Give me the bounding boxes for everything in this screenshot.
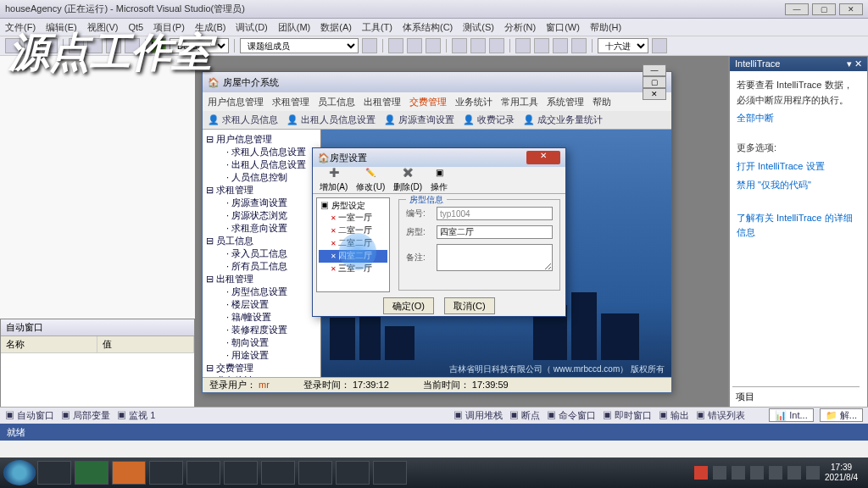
bottom-tab[interactable]: ▣ 调用堆栈: [453, 409, 503, 422]
tree-node[interactable]: · 求租人员信息设置: [206, 146, 317, 158]
toolbar-button[interactable]: [515, 38, 531, 53]
room-type-tree[interactable]: ▣ 房型设定 一室一厅二室一厅二室二厅四室二厅三室一厅: [316, 197, 390, 292]
type-input[interactable]: [437, 225, 553, 239]
toolbar-button[interactable]: [652, 38, 667, 53]
menu-item[interactable]: 帮助(H): [590, 21, 621, 34]
bottom-tab[interactable]: ▣ 断点: [509, 409, 540, 422]
tree-node[interactable]: · 出租人员信息设置: [206, 158, 317, 171]
menu-item[interactable]: 分析(N): [504, 21, 536, 34]
tree-item[interactable]: 四室二厅: [319, 250, 387, 263]
toolbar-button[interactable]: [106, 38, 121, 53]
tree-node[interactable]: ⊟ 交费管理: [206, 362, 317, 374]
tree-node[interactable]: · 朝向设置: [206, 336, 317, 349]
remark-input[interactable]: [437, 244, 553, 271]
tree-node[interactable]: ⊟ 出租管理: [206, 273, 317, 286]
open-settings-link[interactable]: 打开 IntelliTrace 设置: [737, 159, 860, 175]
tree-node[interactable]: · 求租意向设置: [206, 222, 317, 235]
tree-node[interactable]: · 房型信息设置: [206, 286, 317, 298]
learn-more-link[interactable]: 了解有关 IntelliTrace 的详细信息: [737, 211, 860, 241]
toolbar-button[interactable]: [470, 38, 486, 53]
menu-item[interactable]: 测试(S): [463, 21, 494, 34]
toolbar-button[interactable]: [5, 38, 20, 53]
menu-item[interactable]: Qt5: [128, 22, 143, 32]
task-icon[interactable]: [224, 461, 258, 485]
bottom-tab[interactable]: ▣ 即时窗口: [603, 409, 652, 422]
toolbar-button[interactable]: [426, 38, 441, 53]
col-value[interactable]: 值: [97, 336, 194, 352]
menu-item[interactable]: 员工信息: [318, 96, 355, 108]
menu-item[interactable]: 视图(V): [87, 21, 119, 34]
tray-icon[interactable]: [787, 466, 801, 480]
tree-node[interactable]: · 人员信息控制: [206, 171, 317, 184]
tree-item[interactable]: 三室一厅: [319, 263, 387, 275]
tree-node[interactable]: · 楼层设置: [206, 298, 317, 311]
toolbar-item[interactable]: 👤 房源查询设置: [384, 114, 454, 126]
tree-node[interactable]: ⊟ 员工信息: [206, 235, 317, 247]
toolbar-button[interactable]: [553, 38, 568, 53]
bottom-tab[interactable]: ▣ 错误列表: [696, 409, 745, 422]
menu-item[interactable]: 文件(F): [5, 21, 36, 34]
task-icon[interactable]: [186, 461, 220, 485]
toolbar-button[interactable]: ▶: [151, 38, 166, 53]
tree-item[interactable]: 二室二厅: [319, 237, 387, 250]
toolbar-button[interactable]: [69, 38, 84, 53]
menu-item[interactable]: 生成(B): [195, 21, 226, 34]
toolbar-button[interactable]: [125, 38, 140, 53]
tree-node[interactable]: · 籍/幢设置: [206, 311, 317, 324]
dlg-toolbar-item[interactable]: ✖️删除(D): [393, 168, 422, 193]
toolbar-item[interactable]: 👤 求租人员信息: [208, 114, 278, 126]
toolbar-button[interactable]: [87, 38, 103, 53]
toolbar-item[interactable]: 👤 出租人员信息设置: [287, 114, 376, 126]
tree-node[interactable]: ⊟ 用户信息管理: [206, 133, 317, 146]
task-icon[interactable]: [336, 461, 370, 485]
dlg-toolbar-item[interactable]: ▣操作: [431, 168, 448, 193]
tree-node[interactable]: · 装修程度设置: [206, 324, 317, 336]
toolbar-item[interactable]: 👤 收费记录: [463, 114, 515, 126]
toolbar-button[interactable]: [362, 38, 377, 53]
menu-item[interactable]: 出租管理: [364, 96, 401, 108]
bottom-tab[interactable]: ▣ 局部变量: [61, 410, 110, 420]
menu-item[interactable]: 系统管理: [547, 96, 584, 108]
tray-icon[interactable]: [713, 466, 726, 480]
minimize-button[interactable]: —: [643, 64, 666, 76]
taskbar-clock[interactable]: 17:39 2021/8/4: [825, 463, 858, 483]
cancel-button[interactable]: 取消(C): [444, 297, 495, 314]
id-input[interactable]: [437, 207, 553, 220]
menu-item[interactable]: 求租管理: [272, 96, 309, 108]
menu-item[interactable]: 用户信息管理: [208, 96, 264, 108]
menu-item[interactable]: 项目(P): [153, 21, 185, 34]
menu-item[interactable]: 常用工具: [501, 96, 538, 108]
menu-item[interactable]: 调试(D): [236, 21, 267, 34]
hex-combo[interactable]: 十六进制: [598, 38, 648, 53]
tree-node[interactable]: · 用途设置: [206, 349, 317, 362]
dlg-toolbar-item[interactable]: ➕增加(A): [320, 168, 348, 193]
toolbar-button[interactable]: [571, 38, 587, 53]
start-button[interactable]: [3, 460, 36, 485]
config-combo[interactable]: Debug: [170, 38, 229, 53]
task-icon[interactable]: [75, 461, 108, 485]
task-icon[interactable]: [298, 461, 332, 485]
menu-item[interactable]: 团队(M): [278, 21, 311, 34]
menu-item[interactable]: 交费管理: [409, 96, 447, 108]
task-icon[interactable]: [37, 461, 71, 485]
maximize-button[interactable]: ▢: [812, 3, 836, 15]
find-combo[interactable]: 课题组成员: [240, 38, 359, 53]
break-all-link[interactable]: 全部中断: [737, 111, 860, 126]
menu-item[interactable]: 业务统计: [455, 96, 492, 108]
tree-node[interactable]: ⊟ 求租管理: [206, 184, 317, 197]
tree-node[interactable]: · 所有员工信息: [206, 260, 317, 273]
toolbar-button[interactable]: [489, 38, 504, 53]
maximize-button[interactable]: ▢: [643, 76, 666, 88]
close-button[interactable]: ✕: [526, 151, 560, 164]
col-name[interactable]: 名称: [1, 336, 97, 352]
close-button[interactable]: ✕: [839, 3, 863, 15]
tree-node[interactable]: ⊟ 业务统计: [206, 374, 317, 377]
bottom-tab[interactable]: ▣ 输出: [659, 409, 689, 422]
disable-mycode-link[interactable]: 禁用 "仅我的代码": [737, 178, 860, 193]
menu-item[interactable]: 数据(A): [320, 21, 352, 34]
bottom-tab[interactable]: ▣ 监视 1: [117, 410, 155, 420]
tray-icon[interactable]: [806, 466, 820, 480]
menu-item[interactable]: 工具(T): [362, 21, 392, 34]
tray-icon[interactable]: [694, 466, 708, 480]
task-icon[interactable]: [149, 461, 183, 485]
